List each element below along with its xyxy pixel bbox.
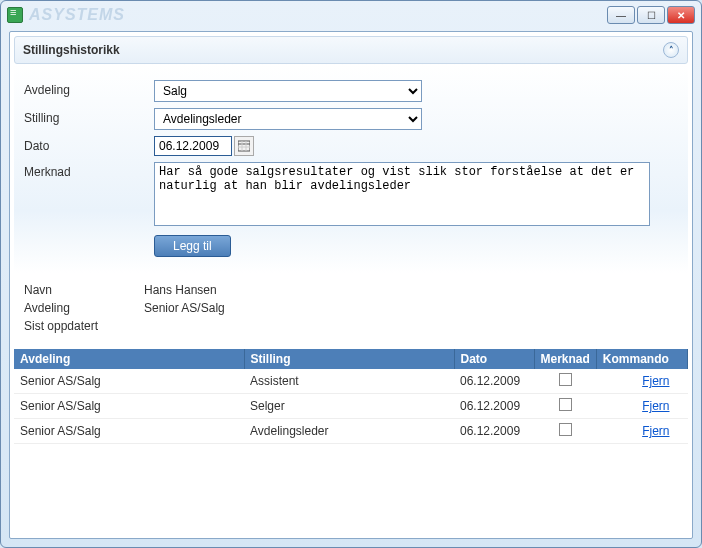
info-label-avdeling: Avdeling [24,301,144,315]
cell-stilling: Avdelingsleder [244,419,454,444]
cell-dato: 06.12.2009 [454,394,534,419]
info-block: Navn Hans Hansen Avdeling Senior AS/Salg… [14,273,688,349]
checkbox-icon[interactable] [559,373,572,386]
add-button[interactable]: Legg til [154,235,231,257]
calendar-button[interactable] [234,136,254,156]
label-stilling: Stilling [24,108,154,125]
row-merknad: Merknad [24,162,678,229]
textarea-merknad[interactable] [154,162,650,226]
content-area: Stillingshistorikk ˄ Avdeling Salg Still… [9,31,693,539]
cell-dato: 06.12.2009 [454,369,534,394]
cell-merknad [534,369,596,394]
cell-kommando: Fjern [596,394,687,419]
cell-avdeling: Senior AS/Salg [14,394,244,419]
info-value-avdeling: Senior AS/Salg [144,301,225,315]
app-watermark: ASYSTEMS [29,6,125,24]
remove-link[interactable]: Fjern [642,399,669,413]
col-kommando: Kommando [596,349,687,369]
label-avdeling: Avdeling [24,80,154,97]
form-area: Avdeling Salg Stilling Avdelingsleder Da… [14,64,688,273]
titlebar-left: ASYSTEMS [7,6,125,24]
info-label-navn: Navn [24,283,144,297]
cell-avdeling: Senior AS/Salg [14,369,244,394]
cell-merknad [534,419,596,444]
col-stilling: Stilling [244,349,454,369]
panel-title: Stillingshistorikk [23,43,120,57]
app-window: ASYSTEMS — ☐ ✕ Stillingshistorikk ˄ Avde… [0,0,702,548]
close-button[interactable]: ✕ [667,6,695,24]
remove-link[interactable]: Fjern [642,374,669,388]
checkbox-icon[interactable] [559,423,572,436]
titlebar: ASYSTEMS — ☐ ✕ [1,1,701,29]
cell-dato: 06.12.2009 [454,419,534,444]
panel-header: Stillingshistorikk ˄ [14,36,688,64]
minimize-button[interactable]: — [607,6,635,24]
cell-stilling: Selger [244,394,454,419]
col-merknad: Merknad [534,349,596,369]
checkbox-icon[interactable] [559,398,572,411]
col-dato: Dato [454,349,534,369]
row-add: Legg til [24,235,678,257]
cell-stilling: Assistent [244,369,454,394]
cell-kommando: Fjern [596,419,687,444]
history-grid: Avdeling Stilling Dato Merknad Kommando … [14,349,688,444]
remove-link[interactable]: Fjern [642,424,669,438]
table-row: Senior AS/Salg Assistent 06.12.2009 Fjer… [14,369,688,394]
cell-merknad [534,394,596,419]
table-row: Senior AS/Salg Avdelingsleder 06.12.2009… [14,419,688,444]
grid-header-row: Avdeling Stilling Dato Merknad Kommando [14,349,688,369]
select-stilling[interactable]: Avdelingsleder [154,108,422,130]
label-merknad: Merknad [24,162,154,179]
info-navn: Navn Hans Hansen [24,283,678,297]
info-label-sist-oppdatert: Sist oppdatert [24,319,144,333]
select-avdeling[interactable]: Salg [154,80,422,102]
cell-kommando: Fjern [596,369,687,394]
input-dato[interactable] [154,136,232,156]
col-avdeling: Avdeling [14,349,244,369]
row-stilling: Stilling Avdelingsleder [24,108,678,130]
calendar-icon [238,140,250,152]
collapse-icon[interactable]: ˄ [663,42,679,58]
maximize-button[interactable]: ☐ [637,6,665,24]
info-sist-oppdatert: Sist oppdatert [24,319,678,333]
info-avdeling: Avdeling Senior AS/Salg [24,301,678,315]
label-dato: Dato [24,136,154,153]
table-row: Senior AS/Salg Selger 06.12.2009 Fjern [14,394,688,419]
row-dato: Dato [24,136,678,156]
info-value-navn: Hans Hansen [144,283,217,297]
cell-avdeling: Senior AS/Salg [14,419,244,444]
window-buttons: — ☐ ✕ [607,6,695,24]
row-avdeling: Avdeling Salg [24,80,678,102]
svg-rect-0 [238,141,250,151]
app-icon [7,7,23,23]
